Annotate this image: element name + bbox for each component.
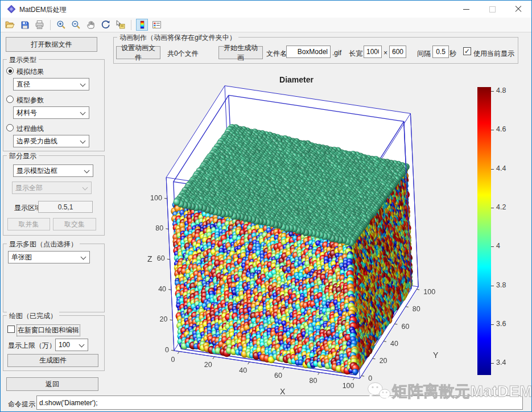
colorbar-tick [491, 324, 494, 325]
chevron-down-icon [81, 254, 86, 260]
save-button[interactable] [19, 19, 31, 31]
partial-display-title: 部分显示 [7, 151, 39, 161]
chevron-down-icon [80, 110, 86, 116]
display-region-input[interactable] [38, 201, 93, 213]
colorbar: 3.43.63.844.24.44.64.8 [477, 87, 523, 375]
size-label: 长宽 [349, 49, 362, 59]
toolbar-separator [50, 20, 51, 30]
set-animation-file-button[interactable]: 设置动画文件 [116, 46, 160, 59]
colorbar-gradient [477, 87, 491, 375]
chevron-down-icon [79, 342, 85, 348]
open-folder-icon [5, 20, 15, 30]
union-button[interactable]: 取并集 [7, 218, 50, 230]
filename-input[interactable] [286, 46, 331, 58]
filename-suffix: .gif [332, 49, 341, 57]
hand-icon [86, 20, 96, 30]
model-frame-dropdown[interactable]: 显示模型边框 [13, 164, 93, 177]
radio-simulation-result[interactable] [6, 67, 14, 75]
show-all-value: 显示全部 [15, 183, 43, 193]
multi-plot-title: 显示多图（点击选择） [7, 240, 80, 249]
simulation-result-dropdown[interactable]: 直径 [13, 78, 89, 90]
chevron-down-icon [80, 138, 86, 144]
generate-figure-button[interactable]: 生成图件 [7, 354, 98, 367]
zoom-out-icon [71, 20, 81, 30]
animation-file-count: 共0个文件 [167, 49, 199, 59]
colorbar-tick-label: 4.2 [496, 203, 506, 211]
title-bar: MatDEM后处理 [1, 1, 531, 18]
insert-legend-button[interactable] [151, 19, 163, 31]
print-button[interactable] [34, 19, 46, 31]
radio-model-parameter[interactable] [6, 96, 14, 103]
toolbar [1, 18, 531, 32]
interval-unit: 秒 [449, 49, 456, 59]
colorbar-tick-label: 3.4 [496, 359, 506, 366]
y-axis-label: Y [433, 351, 438, 360]
command-prompt-label: 命令提示 [8, 399, 35, 409]
gif-width-input[interactable] [364, 46, 382, 58]
model-parameter-value: 材料号 [17, 108, 37, 118]
chevron-down-icon [80, 81, 86, 87]
x-axis-label: X [280, 387, 285, 396]
colorbar-tick [491, 130, 494, 130]
printer-icon [35, 20, 44, 30]
new-window-checkbox[interactable] [7, 326, 15, 333]
multi-plot-dropdown[interactable]: 单张图 [8, 251, 90, 263]
maximize-button[interactable] [479, 1, 505, 18]
display-region-label: 显示区域 [14, 203, 42, 213]
app-logo-icon [7, 5, 16, 14]
colorbar-tick-label: 4 [496, 242, 500, 250]
show-all-dropdown[interactable]: 显示全部 [12, 182, 92, 194]
data-cursor-button[interactable] [114, 19, 126, 31]
toolbar-separator [131, 20, 131, 30]
minimize-button[interactable] [453, 1, 479, 18]
floppy-disk-icon [20, 20, 30, 30]
colorbar-tick [491, 169, 494, 170]
3d-particle-plot[interactable] [112, 64, 470, 393]
filename-label: 文件名 [266, 49, 287, 59]
zoom-out-button[interactable] [70, 19, 82, 31]
colorbar-tick [491, 246, 494, 247]
legend-icon [152, 20, 162, 30]
colorbar-toggle-button[interactable] [136, 19, 148, 31]
open-data-file-button[interactable]: 打开数据文件 [6, 37, 97, 52]
process-curve-dropdown[interactable]: 边界受力曲线 [13, 135, 89, 147]
times-sign: × [383, 49, 387, 57]
colorbar-icon [138, 20, 147, 30]
display-limit-label: 显示上限（万） [8, 341, 56, 351]
new-window-checkbox-label[interactable]: 在新窗口绘图和编辑 [18, 326, 79, 335]
data-cursor-icon [116, 20, 125, 30]
use-current-display-checkbox[interactable]: ✓ [463, 47, 471, 55]
rotate-3d-button[interactable] [100, 19, 112, 31]
interval-label: 间隔 [417, 49, 431, 59]
start-animation-button[interactable]: 开始生成动画 [218, 46, 263, 59]
multi-plot-value: 单张图 [11, 253, 32, 262]
z-axis-label: Z [147, 254, 152, 263]
back-button[interactable]: 返回 [6, 377, 98, 391]
colorbar-tick-label: 3.6 [496, 320, 506, 328]
radio-process-curve[interactable] [6, 124, 14, 131]
zoom-in-icon [56, 20, 66, 30]
display-limit-dropdown[interactable]: 100 [55, 339, 88, 351]
command-input[interactable] [36, 395, 523, 410]
colorbar-tick-label: 3.8 [496, 281, 506, 289]
colorbar-tick [491, 208, 494, 208]
close-icon [515, 6, 522, 13]
intersect-button[interactable]: 取交集 [53, 218, 96, 230]
open-file-button[interactable] [4, 19, 16, 31]
gif-height-input[interactable] [389, 46, 406, 58]
app-window: MatDEM后处理 [0, 0, 532, 412]
rotate-icon [101, 20, 110, 30]
use-current-display-label: 使用当前显示 [473, 49, 514, 59]
display-limit-value: 100 [59, 341, 70, 349]
plot-title: Diameter [245, 75, 348, 84]
maximize-icon [489, 6, 496, 13]
colorbar-tick [491, 91, 494, 92]
zoom-in-button[interactable] [55, 19, 67, 31]
interval-input[interactable] [432, 46, 449, 58]
radio-process-curve-label: 过程曲线 [17, 124, 44, 134]
colorbar-tick [491, 363, 494, 364]
model-parameter-dropdown[interactable]: 材料号 [13, 106, 89, 119]
close-button[interactable] [505, 1, 531, 18]
pan-button[interactable] [85, 19, 97, 31]
colorbar-tick-label: 4.4 [496, 164, 506, 172]
